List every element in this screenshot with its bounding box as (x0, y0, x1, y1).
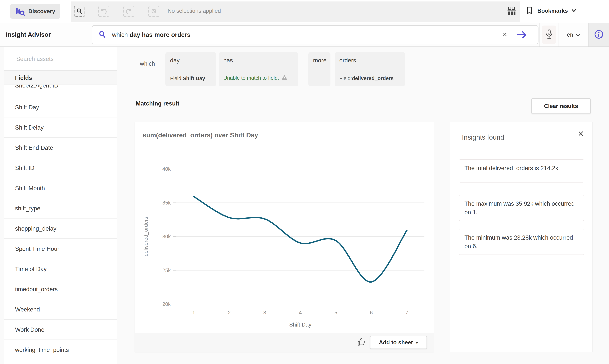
clear-query-button[interactable]: × (500, 26, 510, 44)
sidebar-item-shopping-delay[interactable]: shopping_delay (4, 219, 117, 239)
discovery-button[interactable]: Discovery (10, 4, 60, 19)
app-objects-button[interactable] (506, 6, 517, 16)
matching-result-label: Matching result (136, 100, 179, 107)
svg-text:delivered_orders: delivered_orders (143, 217, 149, 256)
bookmark-icon (525, 6, 534, 15)
sidebar-item-shift-month[interactable]: Shift Month (4, 178, 117, 198)
add-to-sheet-button[interactable]: Add to sheet ▾ (370, 336, 427, 349)
insight-advisor-title: Insight Advisor (6, 23, 51, 46)
svg-text:4: 4 (299, 310, 302, 315)
sidebar-item-shift-day[interactable]: Shift Day (4, 97, 117, 117)
info-button[interactable] (588, 23, 609, 46)
svg-text:20k: 20k (162, 301, 171, 307)
mic-background (542, 26, 556, 44)
chart-result-card[interactable]: sum(delivered_orders) over Shift Day 20k… (135, 122, 434, 352)
nlq-search-input[interactable]: which day has more orders × (92, 25, 538, 44)
svg-text:30k: 30k (162, 234, 171, 239)
clear-selections-button (148, 6, 159, 17)
language-value: en (567, 32, 573, 38)
chevron-down-icon (576, 32, 580, 38)
svg-text:35k: 35k (162, 200, 171, 206)
sidebar-item-timedout-orders[interactable]: timedout_orders (4, 279, 117, 299)
chip-field-match: Field:delivered_orders (339, 75, 394, 81)
sidebar-item-shift-end-date[interactable]: Shift End Date (4, 138, 117, 158)
insight-advisor-bar: Insight Advisor which day has more order… (0, 23, 609, 47)
sidebar-item-working-time-points[interactable]: working_time_points (4, 340, 117, 360)
chip-title: has (223, 57, 294, 64)
insights-panel-title: Insights found (462, 133, 504, 141)
token-chip-day[interactable]: day Field:Shift Day (165, 52, 216, 86)
clear-results-button[interactable]: Clear results (531, 98, 591, 114)
delivered-orders-line[interactable] (194, 196, 407, 282)
svg-text:40k: 40k (162, 166, 171, 172)
chip-title: more (313, 57, 326, 64)
main-content: Fields Sheet2.Agent IDShift DayShift Del… (0, 47, 609, 364)
chevron-down-icon (571, 9, 576, 13)
microphone-icon (545, 29, 554, 40)
sidebar-item-label: Sheet2.Agent ID (15, 85, 58, 89)
token-chip-more[interactable]: more (308, 52, 330, 86)
fields-section-header[interactable]: Fields (4, 71, 117, 85)
undo-selection-icon (100, 8, 107, 15)
insight-card-total[interactable]: The total delivered_orders is 214.2k. (459, 159, 584, 182)
sidebar-item-label: Shift ID (15, 165, 34, 171)
caret-down-icon: ▾ (416, 340, 418, 345)
token-chip-has[interactable]: has Unable to match to field. (219, 52, 298, 86)
sidebar-item-label: Time of Day (15, 266, 47, 272)
svg-text:3: 3 (263, 310, 266, 315)
search-query-text: which day has more orders (112, 31, 191, 38)
bookmarks-label: Bookmarks (537, 8, 568, 14)
chip-title: day (170, 57, 211, 64)
sidebar-item-spent-time-hour[interactable]: Spent Time Hour (4, 239, 117, 259)
svg-text:2: 2 (228, 310, 231, 315)
selections-status-text: No selections applied (168, 0, 221, 22)
qlik-discovery-logo-icon (15, 6, 25, 16)
chip-field-match: Field:Shift Day (170, 75, 205, 81)
token-chip-orders[interactable]: orders Field:delivered_orders (335, 52, 405, 86)
svg-text:Shift Day: Shift Day (289, 322, 311, 328)
thumbs-up-button[interactable] (356, 337, 366, 348)
search-assets-input[interactable] (16, 47, 105, 70)
sidebar-item-label: Shift Delay (15, 124, 43, 131)
insight-card-minimum[interactable]: The minimum was 23.28k which occurred on… (459, 229, 584, 255)
sidebar-search[interactable] (4, 47, 117, 71)
sidebar-item-label: Shift Month (15, 185, 45, 191)
sidebar-item-label: timedout_orders (15, 286, 58, 292)
sidebar-item-label: Spent Time Hour (15, 245, 59, 252)
bookmarks-button[interactable]: Bookmarks (525, 0, 576, 22)
sidebar-item-sheet2-agent-id[interactable]: Sheet2.Agent ID (4, 85, 117, 97)
toolbar-middle-section (71, 1, 520, 22)
search-icon (98, 30, 107, 39)
language-selector[interactable]: en (558, 23, 588, 46)
app-objects-grid-icon (507, 6, 517, 16)
add-to-sheet-label: Add to sheet (379, 339, 413, 346)
svg-text:25k: 25k (162, 267, 171, 273)
insights-panel: Insights found × The total delivered_ord… (450, 122, 593, 352)
svg-text:5: 5 (334, 310, 337, 315)
delivered-orders-line-chart[interactable]: 20k25k30k35k40k1234567Shift Daydelivered… (135, 122, 434, 333)
sidebar-item-label: shopping_delay (15, 225, 56, 232)
close-insights-button[interactable]: × (578, 129, 584, 138)
insight-card-maximum[interactable]: The maximum was 35.92k which occurred on… (459, 195, 584, 221)
voice-input-button[interactable] (539, 23, 558, 46)
sidebar-item-label: working_time_points (15, 346, 69, 353)
sidebar-item-work-done[interactable]: Work Done (4, 320, 117, 340)
redo-selection-icon (125, 8, 132, 15)
sidebar-item-label: Work Done (15, 326, 44, 333)
sidebar-item-shift-delay[interactable]: Shift Delay (4, 117, 117, 138)
sidebar-item-weekend[interactable]: Weekend (4, 299, 117, 320)
submit-query-button[interactable] (517, 29, 528, 41)
svg-text:6: 6 (370, 310, 373, 315)
sidebar-item-shift-type[interactable]: shift_type (4, 198, 117, 219)
sidebar-item-shift-id[interactable]: Shift ID (4, 158, 117, 178)
sidebar-item-label: shift_type (15, 205, 40, 212)
info-icon (594, 29, 604, 40)
svg-text:7: 7 (405, 310, 408, 315)
chip-title: orders (339, 57, 400, 64)
top-toolbar: Discovery No selections applied (0, 0, 609, 22)
smart-search-button[interactable] (74, 6, 85, 17)
sidebar-field-list: Sheet2.Agent IDShift DayShift DelayShift… (4, 85, 117, 360)
assets-sidebar: Fields Sheet2.Agent IDShift DayShift Del… (4, 47, 117, 364)
insight-advisor-screen: Discovery No selections applied (0, 0, 609, 364)
sidebar-item-time-of-day[interactable]: Time of Day (4, 259, 117, 279)
